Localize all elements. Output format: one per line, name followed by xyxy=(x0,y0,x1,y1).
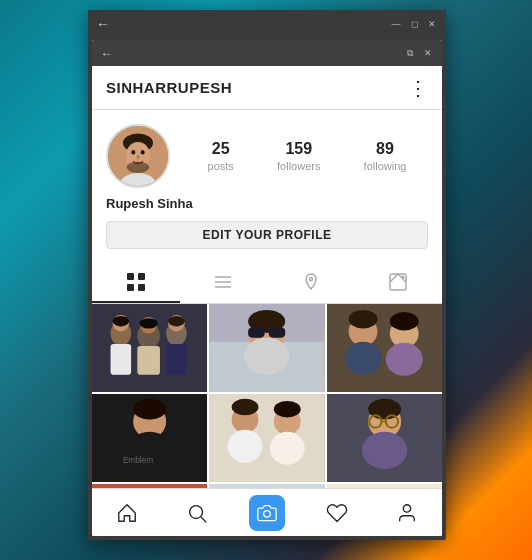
svg-rect-10 xyxy=(127,284,134,291)
svg-point-28 xyxy=(168,316,184,326)
restore-button[interactable]: ◻ xyxy=(408,18,420,30)
photo-8[interactable] xyxy=(209,484,324,488)
svg-point-20 xyxy=(111,321,132,346)
svg-rect-40 xyxy=(327,304,442,392)
svg-point-42 xyxy=(348,310,377,329)
svg-rect-8 xyxy=(127,273,134,280)
photo-3[interactable] xyxy=(327,304,442,392)
following-label: following xyxy=(364,160,407,172)
svg-point-58 xyxy=(270,432,305,465)
svg-point-23 xyxy=(137,322,160,349)
ig-header: SINHARRUPESH ⋮ xyxy=(92,66,442,110)
svg-point-83 xyxy=(190,505,203,518)
svg-rect-52 xyxy=(209,394,324,482)
edit-profile-button[interactable]: EDIT YOUR PROFILE xyxy=(106,221,428,249)
ig-more-button[interactable]: ⋮ xyxy=(408,76,428,100)
tab-list[interactable] xyxy=(180,263,268,303)
posts-stat: 25 posts xyxy=(208,140,234,172)
svg-point-6 xyxy=(127,162,150,173)
nav-activity[interactable] xyxy=(302,489,372,536)
ig-display-name: Rupesh Sinha xyxy=(106,196,428,211)
svg-point-45 xyxy=(389,312,418,331)
svg-point-85 xyxy=(264,510,271,517)
tab-location[interactable] xyxy=(267,263,355,303)
outer-win-controls: — ◻ ✕ xyxy=(390,18,438,30)
svg-rect-9 xyxy=(138,273,145,280)
svg-point-5 xyxy=(137,155,140,159)
svg-rect-11 xyxy=(138,284,145,291)
photo-4[interactable]: Emblem xyxy=(92,394,207,482)
posts-label: posts xyxy=(208,160,234,172)
svg-point-46 xyxy=(385,343,422,376)
photo-5[interactable] xyxy=(209,394,324,482)
svg-point-57 xyxy=(274,401,301,417)
svg-rect-38 xyxy=(264,330,270,332)
svg-point-55 xyxy=(228,430,263,463)
nav-camera[interactable] xyxy=(232,489,302,536)
svg-rect-37 xyxy=(269,327,285,337)
svg-point-22 xyxy=(113,316,129,326)
svg-point-15 xyxy=(309,278,312,281)
inner-copy-button[interactable]: ⧉ xyxy=(404,47,416,59)
followers-count: 159 xyxy=(285,140,312,158)
ig-profile-top: 25 posts 159 followers 89 following xyxy=(106,124,428,188)
inner-win-controls: ⧉ ✕ xyxy=(404,47,434,59)
svg-point-21 xyxy=(113,315,129,331)
inner-titlebar: ← ⧉ ✕ xyxy=(92,40,442,66)
camera-button[interactable] xyxy=(249,495,285,531)
svg-line-84 xyxy=(201,517,206,522)
following-stat: 89 following xyxy=(364,140,407,172)
inner-window: ← ⧉ ✕ SINHARRUPESH ⋮ xyxy=(92,40,442,536)
svg-rect-30 xyxy=(137,346,160,375)
photo-1[interactable] xyxy=(92,304,207,392)
following-count: 89 xyxy=(376,140,394,158)
photo-6[interactable] xyxy=(327,394,442,482)
ig-photo-grid: Emblem xyxy=(92,304,442,488)
followers-stat: 159 followers xyxy=(277,140,320,172)
svg-point-39 xyxy=(244,338,289,375)
inner-close-button[interactable]: ✕ xyxy=(422,47,434,59)
inner-back-icon[interactable]: ← xyxy=(100,46,113,61)
posts-count: 25 xyxy=(212,140,230,158)
svg-point-24 xyxy=(140,317,156,333)
svg-point-26 xyxy=(166,321,187,346)
svg-point-49 xyxy=(133,399,166,420)
tab-tag[interactable] xyxy=(355,263,443,303)
svg-point-17 xyxy=(402,276,405,279)
nav-search[interactable] xyxy=(162,489,232,536)
svg-rect-36 xyxy=(248,327,264,337)
avatar xyxy=(106,124,170,188)
nav-profile[interactable] xyxy=(372,489,442,536)
svg-text:Emblem: Emblem xyxy=(123,456,153,465)
svg-point-25 xyxy=(139,318,158,328)
photo-7[interactable] xyxy=(92,484,207,488)
svg-rect-18 xyxy=(92,304,207,392)
svg-rect-66 xyxy=(92,484,207,488)
svg-point-4 xyxy=(141,150,145,155)
photo-9[interactable] xyxy=(327,484,442,488)
svg-point-86 xyxy=(403,504,410,511)
ig-profile: 25 posts 159 followers 89 following xyxy=(92,110,442,263)
svg-point-54 xyxy=(232,399,259,415)
svg-point-3 xyxy=(131,150,135,155)
followers-label: followers xyxy=(277,160,320,172)
tab-grid[interactable] xyxy=(92,263,180,303)
svg-rect-77 xyxy=(327,484,442,488)
minimize-button[interactable]: — xyxy=(390,18,402,30)
ig-tabs xyxy=(92,263,442,304)
outer-window: ← — ◻ ✕ ← ⧉ ✕ SINHARRUPESH ⋮ xyxy=(88,10,446,540)
svg-point-27 xyxy=(168,315,184,331)
ig-stats: 25 posts 159 followers 89 following xyxy=(186,140,428,172)
photo-2[interactable] xyxy=(209,304,324,392)
outer-titlebar: ← — ◻ ✕ xyxy=(88,10,446,38)
instagram-app: SINHARRUPESH ⋮ xyxy=(92,66,442,536)
close-button[interactable]: ✕ xyxy=(426,18,438,30)
nav-home[interactable] xyxy=(92,489,162,536)
svg-point-43 xyxy=(344,342,381,375)
ig-bottom-nav xyxy=(92,488,442,536)
svg-rect-70 xyxy=(209,484,324,488)
ig-username: SINHARRUPESH xyxy=(106,79,232,96)
outer-back-icon[interactable]: ← xyxy=(96,16,110,32)
svg-rect-31 xyxy=(166,344,187,375)
svg-rect-19 xyxy=(92,304,207,392)
